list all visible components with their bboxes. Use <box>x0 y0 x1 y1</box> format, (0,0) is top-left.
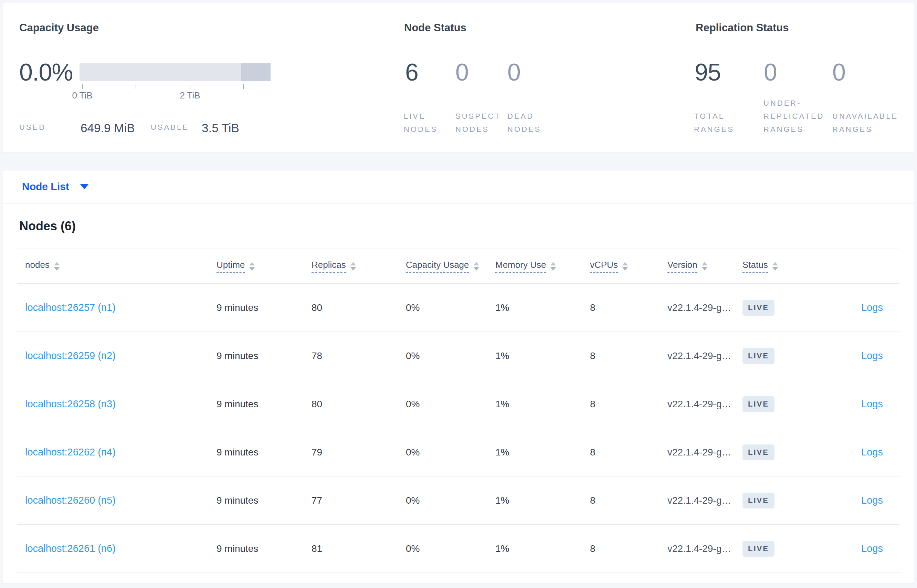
sort-desc-icon <box>474 267 479 271</box>
column-header-version[interactable]: Version <box>667 260 743 273</box>
sort-asc-icon <box>772 262 778 265</box>
table-row: localhost:26257 (n1) 9 minutes 80 0% 1% … <box>17 284 900 332</box>
node-link[interactable]: localhost:26257 (n1) <box>25 302 116 313</box>
node-link[interactable]: localhost:26260 (n5) <box>25 495 116 506</box>
version-cell: v22.1.4-29-g… <box>667 495 743 506</box>
total-ranges-count: 95 <box>695 60 721 84</box>
table-row: localhost:26261 (n6) 9 minutes 81 0% 1% … <box>17 525 900 573</box>
column-header-capacity-usage[interactable]: Capacity Usage <box>406 260 495 273</box>
capacity-axis-tick <box>243 84 244 89</box>
unavailable-ranges-count: 0 <box>832 60 845 84</box>
uptime-cell: 9 minutes <box>216 399 312 410</box>
capacity-usable-label: USABLE <box>151 121 189 134</box>
chevron-down-icon[interactable] <box>80 184 89 189</box>
sort-desc-icon <box>702 267 707 271</box>
status-badge: LIVE <box>743 541 775 557</box>
live-nodes-label: LIVE NODES <box>404 110 449 136</box>
node-link[interactable]: localhost:26262 (n4) <box>25 446 116 457</box>
vcpus-cell: 8 <box>590 302 667 313</box>
uptime-cell: 9 minutes <box>216 302 312 313</box>
capacity-axis-tick <box>136 84 136 89</box>
sort-icon[interactable] <box>54 262 60 271</box>
sort-desc-icon <box>54 267 60 271</box>
nodes-table-title: Nodes (6) <box>3 204 914 249</box>
node-link[interactable]: localhost:26258 (n3) <box>25 398 116 409</box>
sort-desc-icon <box>772 267 778 271</box>
replicas-cell: 77 <box>312 495 406 506</box>
sort-icon[interactable] <box>551 262 556 271</box>
vcpus-cell: 8 <box>590 447 667 458</box>
vcpus-cell: 8 <box>590 495 667 506</box>
node-link[interactable]: localhost:26261 (n6) <box>25 543 116 554</box>
suspect-nodes-count: 0 <box>455 60 468 84</box>
sort-desc-icon <box>249 267 255 271</box>
sort-desc-icon <box>350 267 356 271</box>
total-ranges-label: TOTAL RANGES <box>694 110 749 136</box>
memory-use-cell: 1% <box>495 399 590 410</box>
table-row: localhost:26262 (n4) 9 minutes 79 0% 1% … <box>17 428 900 477</box>
column-header-nodes[interactable]: nodes <box>17 260 216 273</box>
column-header-memory-use[interactable]: Memory Use <box>495 260 590 273</box>
sort-icon[interactable] <box>249 262 255 271</box>
node-status-title: Node Status <box>404 20 467 36</box>
capacity-usable-value: 3.5 TiB <box>202 121 239 135</box>
capacity-usage-cell: 0% <box>406 447 495 458</box>
capacity-usage-bar <box>79 63 271 81</box>
capacity-used-value: 649.9 MiB <box>81 121 135 135</box>
status-badge: LIVE <box>743 493 775 509</box>
capacity-usage-cell: 0% <box>406 351 495 362</box>
memory-use-cell: 1% <box>495 351 590 362</box>
column-header-vcpus[interactable]: vCPUs <box>590 260 667 273</box>
live-nodes-count: 6 <box>405 60 418 84</box>
logs-link[interactable]: Logs <box>861 350 883 361</box>
sort-icon[interactable] <box>702 262 707 271</box>
capacity-used-percent: 0.0% <box>19 60 73 84</box>
table-row: localhost:26259 (n2) 9 minutes 78 0% 1% … <box>17 332 900 380</box>
table-row: localhost:26260 (n5) 9 minutes 77 0% 1% … <box>17 477 900 525</box>
version-cell: v22.1.4-29-g… <box>667 351 743 362</box>
uptime-cell: 9 minutes <box>216 543 312 554</box>
sort-asc-icon <box>551 262 556 265</box>
sort-icon[interactable] <box>772 262 778 271</box>
table-body: localhost:26257 (n1) 9 minutes 80 0% 1% … <box>17 284 900 573</box>
capacity-axis-tick <box>190 84 191 89</box>
capacity-axis-label-2: 2 TiB <box>170 89 211 102</box>
column-header-replicas[interactable]: Replicas <box>312 260 406 273</box>
vcpus-cell: 8 <box>590 351 667 362</box>
dead-nodes-label: DEAD NODES <box>507 110 553 136</box>
sort-icon[interactable] <box>622 262 628 271</box>
status-badge: LIVE <box>743 300 775 316</box>
version-cell: v22.1.4-29-g… <box>667 302 743 313</box>
column-header-status[interactable]: Status <box>743 260 822 273</box>
uptime-cell: 9 minutes <box>216 495 312 506</box>
table-header-row: nodes Uptime Replicas Capacity Usage Mem… <box>17 249 900 284</box>
replicas-cell: 80 <box>312 302 406 313</box>
under-replicated-ranges-label: UNDER-REPLICATED RANGES <box>764 97 829 136</box>
logs-link[interactable]: Logs <box>861 302 883 313</box>
capacity-usage-cell: 0% <box>406 543 495 554</box>
capacity-usage-cell: 0% <box>406 399 495 410</box>
logs-link[interactable]: Logs <box>861 495 883 506</box>
node-link[interactable]: localhost:26259 (n2) <box>25 350 116 361</box>
column-header-uptime[interactable]: Uptime <box>216 260 312 273</box>
memory-use-cell: 1% <box>495 302 590 313</box>
uptime-cell: 9 minutes <box>216 447 312 458</box>
version-cell: v22.1.4-29-g… <box>667 447 743 458</box>
logs-link[interactable]: Logs <box>861 543 883 554</box>
uptime-cell: 9 minutes <box>216 351 312 362</box>
replication-status-title: Replication Status <box>696 20 789 36</box>
node-list-dropdown[interactable]: Node List <box>22 181 69 192</box>
replicas-cell: 80 <box>312 399 406 410</box>
dead-nodes-count: 0 <box>507 60 520 84</box>
sort-icon[interactable] <box>474 262 479 271</box>
capacity-used-label: USED <box>19 121 46 134</box>
logs-link[interactable]: Logs <box>861 446 883 457</box>
sort-desc-icon <box>551 267 556 271</box>
logs-link[interactable]: Logs <box>861 398 883 409</box>
sort-icon[interactable] <box>350 262 356 271</box>
nodes-table: nodes Uptime Replicas Capacity Usage Mem… <box>17 249 900 573</box>
sort-asc-icon <box>622 262 628 265</box>
unavailable-ranges-label: UNAVAILABLE RANGES <box>832 110 914 136</box>
replicas-cell: 79 <box>312 447 406 458</box>
under-replicated-ranges-count: 0 <box>764 60 777 84</box>
